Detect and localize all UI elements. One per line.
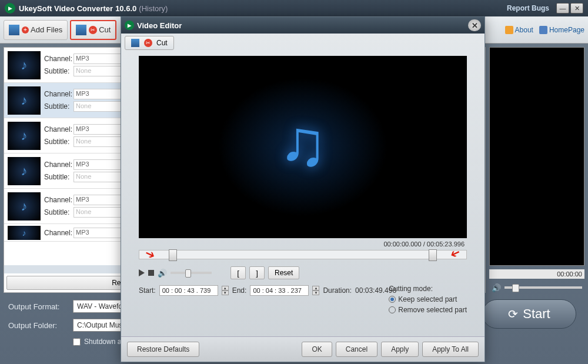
dialog-title: Video Editor [137,21,182,30]
scissors-icon: ✂ [89,26,97,34]
cutting-mode-group: Cutting mode: Keep selected part Remove … [389,285,467,316]
film-icon [76,25,86,35]
about-link[interactable]: About [505,26,533,34]
end-time-input[interactable]: 00 : 04 : 33 . 237 [250,285,309,296]
channel-label: Channel: [44,55,74,63]
film-icon [9,25,19,35]
add-files-label: Add Files [31,25,62,34]
cancel-button[interactable]: Cancel [336,342,377,357]
file-thumbnail: ♪ [8,51,41,79]
dialog-tabs: ✂ Cut [121,34,485,52]
trim-handle-end[interactable] [429,249,437,261]
mark-out-button[interactable]: ] [249,266,265,279]
about-icon [505,26,513,34]
playback-controls: 🔊 [ ] Reset [121,264,485,282]
playback-time: 00:00:00.000 / 00:05:23.996 [121,239,485,249]
tab-cut[interactable]: ✂ Cut [125,36,174,50]
home-icon [539,26,547,34]
dialog-footer: Restore Defaults OK Cancel Apply Apply T… [121,336,485,362]
dialog-close-button[interactable]: ✕ [468,19,481,31]
editor-volume-slider[interactable] [171,272,212,274]
volume-slider[interactable] [505,286,582,289]
preview-time: 00:00:00 [489,269,584,279]
scissors-icon: ✂ [144,39,152,47]
end-spinner[interactable]: ▲▼ [312,286,319,295]
history-link[interactable]: (History) [139,4,168,13]
homepage-link[interactable]: HomePage [539,26,584,34]
output-format-label: Output Format: [8,302,67,311]
start-icon: ⟳ [508,307,518,321]
duration-label: Duration: [323,286,352,295]
output-folder-label: Output Folder: [8,321,67,330]
subtitle-label: Subtitle: [44,67,74,75]
add-files-button[interactable]: + Add Files [4,20,68,40]
preview-area [489,47,584,266]
keep-selected-radio[interactable]: Keep selected part [389,295,467,303]
plus-icon: + [22,26,29,34]
file-thumbnail: ♪ [8,86,41,115]
stop-button[interactable] [148,270,154,276]
end-label: End: [232,286,247,295]
cut-label: Cut [99,25,111,34]
file-thumbnail: ♪ [8,122,41,150]
minimize-button[interactable]: — [556,3,569,14]
volume-icon[interactable]: 🔊 [492,283,501,292]
music-note-icon: ♫ [279,105,328,180]
app-title: UkeySoft Video Converter [19,4,113,13]
app-version: 10.6.0 [115,4,136,13]
trim-handle-start[interactable] [169,249,177,261]
start-button[interactable]: ⟳ Start [482,299,576,329]
video-editor-dialog: Video Editor ✕ ✂ Cut ♫ 00:00:00.000 / 00… [121,16,485,362]
start-label: Start: [139,286,156,295]
titlebar: UkeySoft Video Converter 10.6.0 (History… [0,0,588,16]
start-spinner[interactable]: ▲▼ [222,286,229,295]
radio-icon [389,296,396,303]
start-time-input[interactable]: 00 : 00 : 43 . 739 [159,285,218,296]
file-thumbnail: ♪ [8,226,41,240]
ok-button[interactable]: OK [302,342,332,357]
editor-preview: ♫ [139,56,467,238]
dialog-titlebar: Video Editor ✕ [121,17,485,34]
dialog-logo-icon [125,21,134,30]
radio-icon [389,306,396,313]
cut-button[interactable]: ✂ Cut [70,20,116,40]
apply-button[interactable]: Apply [381,342,419,357]
file-thumbnail: ♪ [8,157,41,185]
mark-in-button[interactable]: [ [230,266,246,279]
close-button[interactable]: ✕ [570,3,583,14]
restore-defaults-button[interactable]: Restore Defaults [127,342,199,357]
app-logo-icon [5,3,15,14]
remove-selected-radio[interactable]: Remove selected part [389,306,467,314]
file-thumbnail: ♪ [8,192,41,221]
reset-button[interactable]: Reset [268,266,299,279]
cutting-mode-label: Cutting mode: [389,285,467,293]
report-bugs-link[interactable]: Report Bugs [507,4,549,12]
apply-to-all-button[interactable]: Apply To All [422,342,479,357]
shutdown-checkbox[interactable] [73,338,81,346]
sound-icon[interactable]: 🔊 [158,269,167,278]
trim-bar[interactable]: ➔ ➔ [139,250,467,259]
film-icon [131,39,139,47]
preview-panel: 00:00:00 🔊 [489,47,584,293]
play-button[interactable] [139,269,145,276]
